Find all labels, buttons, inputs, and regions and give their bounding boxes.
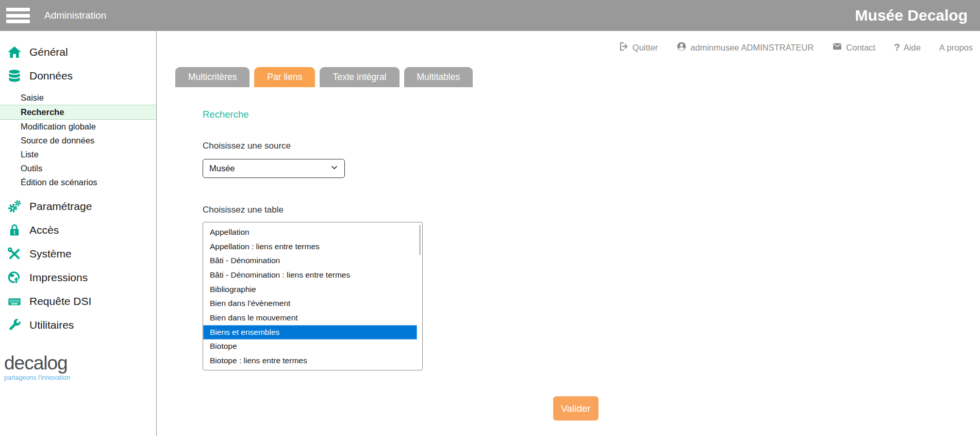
brand-title: Musée Decalog [855, 7, 968, 24]
submenu-item-source-de-donnees[interactable]: Source de données [0, 134, 156, 148]
list-item[interactable]: Appellation : liens entre termes [203, 239, 417, 254]
tab-multitables[interactable]: Multitables [404, 67, 473, 87]
sidebar-item-label: Système [29, 248, 72, 260]
tab-texte-integral[interactable]: Texte intégral [320, 67, 399, 87]
globe-arrow-icon [7, 270, 22, 285]
list-item[interactable]: Biotope [203, 340, 417, 354]
chevron-down-icon [330, 164, 338, 173]
submenu-item-edition-de-scenarios[interactable]: Édition de scénarios [0, 175, 156, 189]
source-select[interactable]: Musée [203, 159, 345, 178]
list-item[interactable]: Bien dans l'évènement [203, 296, 417, 311]
sidebar-item-label: Requête DSI [29, 295, 91, 308]
lock-icon [7, 223, 22, 237]
sidebar: Général Données Saisie Recherche Modific… [0, 31, 157, 436]
quitter-link[interactable]: Quitter [619, 41, 658, 54]
sidebar-item-parametrage[interactable]: Paramétrage [0, 195, 156, 218]
user-icon [676, 41, 687, 54]
search-tabs: Multicritères Par liens Texte intégral M… [175, 67, 980, 87]
list-item-selected[interactable]: Biens et ensembles [203, 325, 417, 340]
sidebar-item-systeme[interactable]: Système [0, 242, 156, 266]
sidebar-item-general[interactable]: Général [0, 40, 156, 64]
sidebar-item-label: Accès [29, 224, 59, 236]
source-label: Choisissez une source [203, 141, 980, 151]
scrollbar-thumb[interactable] [419, 225, 421, 255]
home-icon [7, 45, 22, 59]
logo-tagline: partageons l'innovation [4, 374, 156, 381]
list-item[interactable]: Bibliographie [203, 282, 417, 297]
user-links-bar: Quitter adminmusee ADMINSTRATEUR [157, 31, 980, 57]
sidebar-item-label: Impressions [29, 271, 88, 284]
submenu-item-modification-globale[interactable]: Modification globale [0, 120, 156, 134]
page-title: Recherche [203, 109, 980, 120]
sidebar-item-donnees[interactable]: Données [0, 64, 156, 88]
search-panel: Recherche Choisissez une source Musée Ch… [203, 109, 980, 421]
question-mark-icon: ? [894, 42, 900, 53]
sidebar-item-requete-dsi[interactable]: Requête DSI [0, 289, 156, 313]
top-bar: Administration Musée Decalog [0, 0, 980, 31]
contact-link[interactable]: Contact [832, 41, 875, 54]
submenu-item-liste[interactable]: Liste [0, 148, 156, 162]
decalog-logo: decalog partageons l'innovation [4, 352, 156, 381]
list-item[interactable]: Bien dans le mouvement [203, 311, 417, 325]
sidebar-item-acces[interactable]: Accès [0, 218, 156, 242]
source-select-value: Musée [209, 164, 235, 173]
submenu-item-recherche[interactable]: Recherche [0, 105, 156, 120]
table-label: Choisissez une table [203, 205, 980, 215]
sidebar-item-utilitaires[interactable]: Utilitaires [0, 313, 156, 337]
app-title: Administration [44, 10, 106, 21]
tools-icon [7, 247, 22, 261]
sidebar-item-label: Paramétrage [29, 200, 92, 213]
gears-icon [7, 199, 22, 214]
list-item[interactable]: Bâti - Dénomination : liens entre termes [203, 268, 417, 282]
list-item[interactable]: Biotope : liens entre termes [203, 353, 417, 368]
list-item[interactable]: Bâti - Dénomination [203, 253, 417, 268]
hamburger-menu-icon[interactable] [6, 6, 30, 26]
valider-button[interactable]: Valider [553, 396, 599, 421]
submenu-item-saisie[interactable]: Saisie [0, 91, 156, 105]
keyboard-icon [7, 294, 22, 309]
tab-par-liens[interactable]: Par liens [254, 67, 315, 87]
table-listbox[interactable]: Appellation Appellation : liens entre te… [203, 222, 423, 370]
donnees-submenu: Saisie Recherche Modification globale So… [0, 91, 156, 189]
sidebar-item-label: Données [29, 70, 73, 82]
apropos-link[interactable]: A propos [939, 43, 973, 53]
aide-link[interactable]: ? Aide [894, 42, 921, 53]
user-account[interactable]: adminmusee ADMINSTRATEUR [676, 41, 813, 54]
sidebar-item-impressions[interactable]: Impressions [0, 266, 156, 289]
envelope-icon [832, 41, 842, 54]
main-content: Quitter adminmusee ADMINSTRATEUR [157, 31, 980, 436]
logout-icon [619, 41, 629, 54]
wrench-icon [7, 318, 22, 332]
logo-text: decalog [4, 352, 156, 374]
sidebar-item-label: Utilitaires [29, 319, 74, 331]
tab-multicriteres[interactable]: Multicritères [175, 67, 250, 87]
list-item[interactable]: Appellation [203, 225, 417, 239]
submenu-item-outils[interactable]: Outils [0, 162, 156, 175]
database-icon [7, 69, 22, 83]
sidebar-item-label: Général [29, 46, 68, 58]
